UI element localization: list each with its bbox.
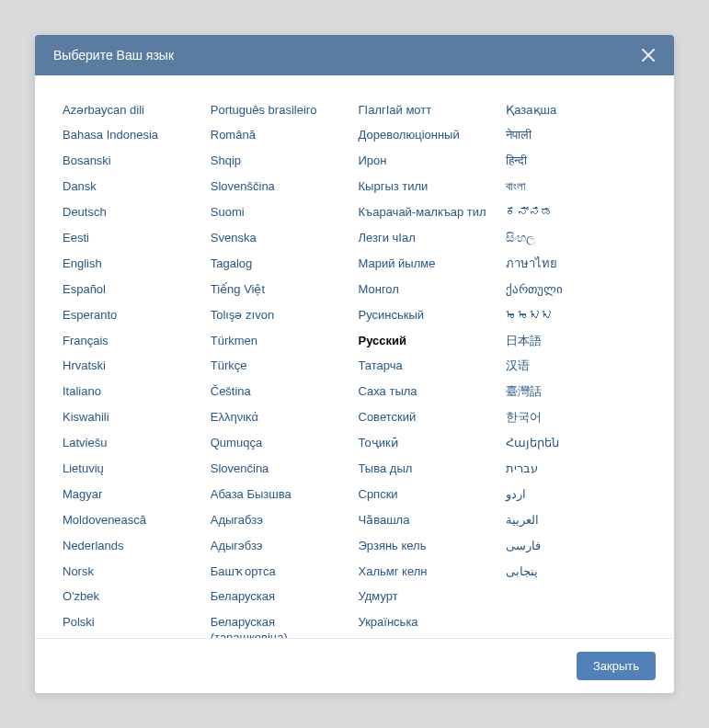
language-item[interactable]: Tolışə zıvon [211, 302, 351, 328]
modal-footer: Закрыть [35, 638, 674, 693]
language-column: Azərbaycan diliBahasa IndonesiaBosanskiD… [63, 97, 203, 638]
language-item[interactable]: Latviešu [63, 431, 203, 457]
language-item[interactable]: Ирон [359, 149, 499, 175]
language-item[interactable]: 한국어 [506, 405, 646, 431]
language-item[interactable]: Монгол [359, 277, 499, 302]
language-item[interactable]: Bahasa Indonesia [63, 123, 203, 149]
language-item[interactable]: Чӑвашла [359, 507, 499, 533]
language-item[interactable]: ಕನ್ನಡ [506, 200, 646, 226]
language-item[interactable]: Русинськый [359, 302, 499, 328]
language-item[interactable]: Хальмг келн [359, 559, 499, 585]
language-item[interactable]: Tiếng Việt [211, 277, 351, 302]
language-item[interactable]: Svenska [211, 225, 351, 251]
language-item[interactable]: Ελληνικά [211, 405, 351, 431]
modal-header: Выберите Ваш язык [35, 35, 674, 75]
language-item[interactable]: اردو [506, 482, 646, 507]
language-item[interactable]: 日本語 [506, 328, 646, 354]
language-item[interactable]: فارسی [506, 533, 646, 559]
language-item[interactable]: Тыва дыл [359, 456, 499, 482]
language-item[interactable]: Беларуская (тарашкевіца) [211, 610, 351, 638]
language-item[interactable]: Абаза Бызшва [211, 482, 351, 507]
language-item[interactable]: Српски [359, 482, 499, 507]
language-column: ГІалгІай моттДореволюціонныйИронКыргыз т… [359, 97, 499, 638]
language-item[interactable]: Lietuvių [63, 456, 203, 482]
language-column: Português brasileiroRomânăShqipSlovenšči… [211, 97, 351, 638]
language-item[interactable]: Башҡортса [211, 559, 351, 585]
language-item[interactable]: Eesti [63, 225, 203, 251]
language-modal: Выберите Ваш язык Azərbaycan diliBahasa … [35, 35, 674, 693]
language-item[interactable]: Кыргыз тили [359, 175, 499, 200]
language-item[interactable]: 臺灣話 [506, 380, 646, 405]
language-item[interactable]: Slovenščina [211, 175, 351, 200]
language-item[interactable]: Čeština [211, 380, 351, 405]
close-icon[interactable] [641, 48, 656, 63]
language-item[interactable]: Лезги чІал [359, 225, 499, 251]
language-item[interactable]: Nederlands [63, 533, 203, 559]
language-item[interactable]: O'zbek [63, 585, 203, 610]
language-item[interactable]: Dansk [63, 175, 203, 200]
language-grid: Azərbaycan diliBahasa IndonesiaBosanskiD… [63, 97, 646, 638]
language-item[interactable]: Марий йылме [359, 251, 499, 277]
language-item[interactable]: ภาษาไทย [506, 251, 646, 277]
language-item[interactable]: Magyar [63, 482, 203, 507]
language-item[interactable]: Қазақша [506, 97, 646, 123]
language-item[interactable]: Беларуская [211, 585, 351, 610]
language-item[interactable]: Tagalog [211, 251, 351, 277]
language-item[interactable]: Moldovenească [63, 507, 203, 533]
language-item[interactable]: ᠣᠣᠠᠠ [506, 302, 646, 328]
language-item[interactable]: ქართული [506, 277, 646, 302]
language-item[interactable]: Türkmen [211, 328, 351, 354]
language-column: Қазақшаनेपालीहिन्दीবাংলাಕನ್ನಡසිංහලภาษาไท… [506, 97, 646, 638]
language-item[interactable]: Kiswahili [63, 405, 203, 431]
language-item[interactable]: Esperanto [63, 302, 203, 328]
language-item[interactable]: Удмурт [359, 585, 499, 610]
language-item[interactable]: Эрзянь кель [359, 533, 499, 559]
language-item[interactable]: ГІалгІай мотт [359, 97, 499, 123]
language-item[interactable]: العربية [506, 507, 646, 533]
language-item[interactable]: Саха тыла [359, 380, 499, 405]
language-item[interactable]: 汉语 [506, 354, 646, 380]
language-item[interactable]: Italiano [63, 380, 203, 405]
language-item[interactable]: Тоҷикӣ [359, 431, 499, 457]
language-item[interactable]: English [63, 251, 203, 277]
language-item[interactable]: Հայերեն [506, 431, 646, 457]
language-item[interactable]: Дореволюціонный [359, 123, 499, 149]
language-item[interactable]: Deutsch [63, 200, 203, 226]
language-item[interactable]: Azərbaycan dili [63, 97, 203, 123]
language-item[interactable]: עברית [506, 456, 646, 482]
modal-title: Выберите Ваш язык [53, 48, 174, 63]
language-item[interactable]: Português brasileiro [211, 97, 351, 123]
close-button[interactable]: Закрыть [577, 652, 656, 680]
language-item[interactable]: বাংলা [506, 175, 646, 200]
language-item[interactable]: Українська [359, 610, 499, 636]
language-item[interactable]: Адыгэбзэ [211, 533, 351, 559]
language-item[interactable]: සිංහල [506, 225, 646, 251]
language-item[interactable]: Română [211, 123, 351, 149]
language-item[interactable]: Татарча [359, 354, 499, 380]
language-item[interactable]: नेपाली [506, 123, 646, 149]
language-item[interactable]: Türkçe [211, 354, 351, 380]
language-item[interactable]: Qumuqça [211, 431, 351, 457]
language-item[interactable]: Советский [359, 405, 499, 431]
language-item[interactable]: Norsk [63, 559, 203, 585]
language-item[interactable]: Адыгабзэ [211, 507, 351, 533]
language-item[interactable]: Къарачай-малкъар тил [359, 200, 499, 226]
language-item[interactable]: Slovenčina [211, 456, 351, 482]
language-item[interactable]: Shqip [211, 149, 351, 175]
language-item[interactable]: हिन्दी [506, 149, 646, 175]
language-item[interactable]: Hrvatski [63, 354, 203, 380]
language-item[interactable]: Русский [359, 328, 499, 354]
language-item[interactable]: Español [63, 277, 203, 302]
language-item[interactable]: Français [63, 328, 203, 354]
modal-body: Azərbaycan diliBahasa IndonesiaBosanskiD… [35, 75, 674, 638]
language-item[interactable]: Polski [63, 610, 203, 636]
language-item[interactable]: پنجابی [506, 559, 646, 585]
language-item[interactable]: Bosanski [63, 149, 203, 175]
language-item[interactable]: Suomi [211, 200, 351, 226]
